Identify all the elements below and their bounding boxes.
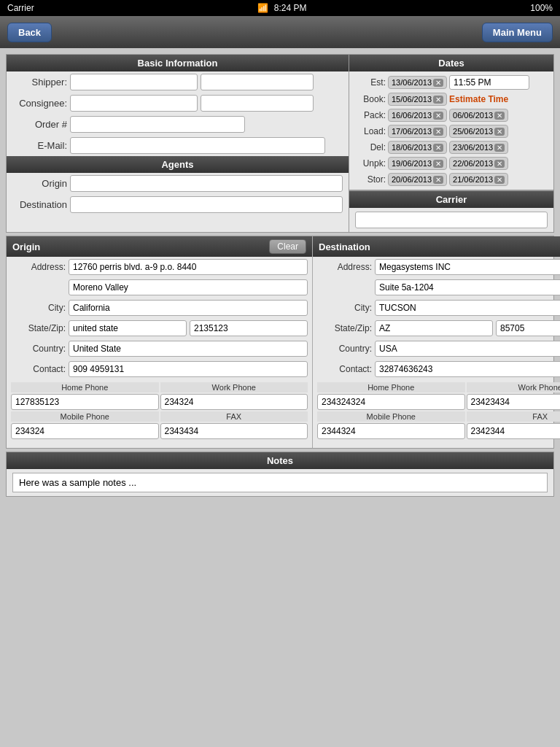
order-row: Order #: [7, 114, 349, 135]
origin-state-input[interactable]: [69, 320, 187, 336]
email-label: E-Mail:: [12, 140, 67, 151]
date-clear-del-1[interactable]: ✕: [433, 144, 443, 152]
origin-home-phone-input[interactable]: [11, 394, 159, 410]
date-value-unpk-1: 19/06/2013: [392, 159, 432, 168]
dest-agent-label: Destination: [12, 199, 67, 210]
origin-contact-input[interactable]: [69, 361, 308, 377]
shipper-last-input[interactable]: [201, 74, 314, 90]
notes-section: Notes: [6, 452, 554, 497]
date-clear-stor-2[interactable]: ✕: [494, 176, 505, 184]
origin-work-phone-label: Work Phone: [160, 382, 308, 392]
notes-input[interactable]: [12, 473, 548, 492]
date-badge-book-1: 15/06/2013 ✕: [388, 93, 447, 106]
origin-work-phone-input[interactable]: [160, 394, 308, 410]
origin-city-input[interactable]: [69, 300, 308, 316]
date-value-pack-2: 06/06/2013: [453, 111, 493, 120]
date-value-stor-2: 21/06/2013: [453, 175, 493, 184]
origin-fax-input[interactable]: [160, 423, 308, 439]
back-button[interactable]: Back: [7, 23, 52, 42]
date-row-load: Load: 17/06/2013 ✕ 25/06/2013 ✕: [353, 123, 550, 139]
dest-city-label: City:: [317, 303, 372, 313]
time-display: 8:24 PM: [274, 3, 307, 13]
dest-agent-row: Destination: [7, 194, 349, 215]
date-clear-unpk-2[interactable]: ✕: [494, 160, 505, 168]
date-value-load-2: 25/06/2013: [453, 127, 493, 136]
dest-state-input[interactable]: [375, 320, 493, 336]
email-input[interactable]: [70, 137, 325, 154]
origin-zip-input[interactable]: [190, 320, 308, 336]
date-value-load-1: 17/06/2013: [392, 127, 432, 136]
dest-country-input[interactable]: [375, 341, 560, 357]
dest-home-phone-input[interactable]: [317, 394, 465, 410]
origin-home-phone-label: Home Phone: [11, 382, 159, 392]
date-clear-load-1[interactable]: ✕: [433, 128, 443, 136]
status-center: 📶 8:24 PM: [257, 3, 306, 13]
origin-address1-row: Address:: [7, 257, 312, 277]
shipper-first-input[interactable]: [70, 74, 198, 90]
estimate-time-label: Estimate Time: [449, 94, 508, 104]
order-input[interactable]: [70, 116, 245, 133]
origin-agent-label: Origin: [12, 178, 67, 189]
dest-mobile-phone-input[interactable]: [317, 423, 465, 439]
date-badge-unpk-2: 22/06/2013 ✕: [449, 157, 508, 170]
main-menu-button[interactable]: Main Menu: [482, 23, 553, 42]
origin-country-input[interactable]: [69, 341, 308, 357]
date-value-unpk-2: 22/06/2013: [453, 159, 493, 168]
dest-fax-input[interactable]: [467, 423, 561, 439]
date-badge-stor-1: 20/06/2013 ✕: [388, 173, 447, 186]
date-clear-stor-1[interactable]: ✕: [433, 176, 443, 184]
dest-contact-label: Contact:: [317, 364, 372, 374]
date-clear-book-1[interactable]: ✕: [433, 96, 443, 104]
date-value-stor-1: 20/06/2013: [392, 175, 432, 184]
consignee-first-input[interactable]: [70, 95, 198, 112]
date-badge-est-1: 13/06/2013 ✕: [388, 76, 447, 89]
dest-work-phone-input[interactable]: [467, 394, 561, 410]
date-clear-pack-1[interactable]: ✕: [433, 112, 443, 120]
top-section: Basic Information Shipper: Consignee: Or…: [6, 54, 554, 233]
origin-mobile-phone-input[interactable]: [11, 423, 159, 439]
dest-agent-input[interactable]: [70, 196, 343, 213]
origin-panel-header: Origin Clear: [7, 236, 312, 257]
dest-country-row: Country:: [313, 338, 560, 359]
origin-address1-input[interactable]: [69, 259, 308, 275]
agents-header: Agents: [7, 156, 349, 173]
origin-country-label: Country:: [11, 344, 66, 354]
right-column: Dates Est: 13/06/2013 ✕ Book:: [349, 54, 554, 233]
date-input-est-2[interactable]: [449, 75, 529, 90]
consignee-last-input[interactable]: [201, 95, 314, 112]
dest-city-input[interactable]: [375, 300, 560, 316]
dest-zip-input[interactable]: [496, 320, 560, 336]
nav-bar: Back Main Menu: [0, 16, 560, 48]
carrier-input[interactable]: [355, 212, 548, 228]
dest-contact-input[interactable]: [375, 361, 560, 377]
carrier-label: Carrier: [7, 3, 34, 13]
date-clear-del-2[interactable]: ✕: [494, 144, 505, 152]
date-value-del-2: 23/06/2013: [453, 143, 493, 152]
dest-fax-label: FAX: [467, 411, 561, 422]
dest-address-label: Address:: [317, 262, 372, 272]
origin-address2-input[interactable]: [69, 279, 308, 295]
date-badge-pack-2: 06/06/2013 ✕: [449, 109, 508, 122]
date-clear-est-1[interactable]: ✕: [433, 79, 443, 87]
dest-contact-row: Contact:: [313, 359, 560, 379]
date-label-pack: Pack:: [357, 110, 386, 120]
date-clear-pack-2[interactable]: ✕: [494, 112, 505, 120]
dest-fax-group: FAX: [467, 411, 561, 439]
main-content: Basic Information Shipper: Consignee: Or…: [0, 48, 560, 503]
dest-address2-input[interactable]: [375, 279, 560, 295]
origin-mobile-phone-label: Mobile Phone: [11, 411, 159, 422]
date-label-del: Del:: [357, 142, 386, 152]
dest-city-row: City:: [313, 298, 560, 318]
date-clear-load-2[interactable]: ✕: [494, 128, 505, 136]
dest-work-phone-label: Work Phone: [467, 382, 561, 392]
dates-section: Dates Est: 13/06/2013 ✕ Book:: [349, 54, 554, 190]
date-clear-unpk-1[interactable]: ✕: [433, 160, 443, 168]
dest-panel-header: Destination Clear: [313, 236, 560, 257]
origin-clear-button[interactable]: Clear: [269, 239, 306, 254]
dest-address1-input[interactable]: [375, 259, 560, 275]
shipper-label: Shipper:: [12, 77, 67, 88]
date-row-del: Del: 18/06/2013 ✕ 23/06/2013 ✕: [353, 139, 550, 155]
origin-agent-input[interactable]: [70, 175, 343, 192]
notes-header: Notes: [7, 452, 553, 469]
origin-fax-label: FAX: [160, 411, 308, 422]
